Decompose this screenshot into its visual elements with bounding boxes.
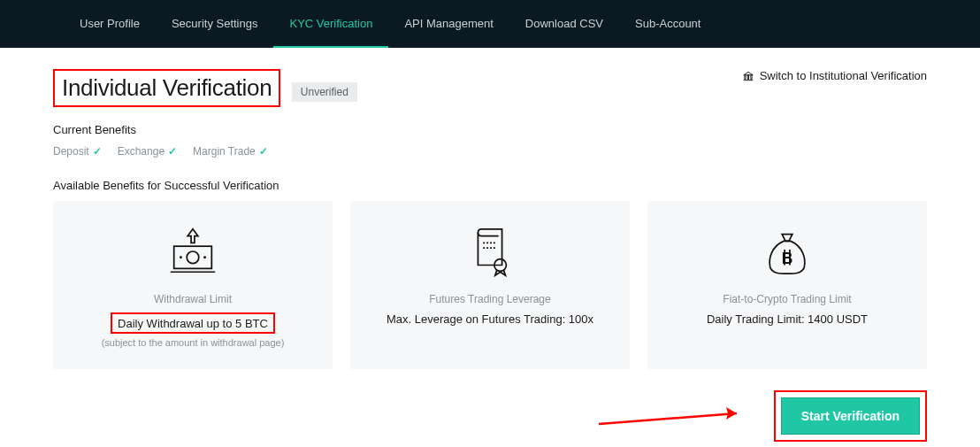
certificate-icon	[459, 220, 521, 282]
start-verification-button[interactable]: Start Verification	[781, 397, 920, 435]
card-fiat-value: Daily Trading Limit: 1400 USDT	[707, 312, 868, 326]
svg-text:B: B	[782, 250, 793, 267]
svg-point-5	[187, 251, 199, 264]
benefit-margin-trade: Margin Trade ✓	[193, 145, 268, 158]
current-benefits-label: Current Benefits	[53, 123, 927, 136]
check-icon: ✓	[93, 145, 102, 158]
svg-point-6	[180, 256, 182, 258]
cta-row: Start Verification	[53, 390, 927, 442]
benefit-cards-row: Withdrawal Limit Daily Withdrawal up to …	[53, 201, 927, 369]
benefit-card-withdrawal: Withdrawal Limit Daily Withdrawal up to …	[53, 201, 333, 369]
nav-api-management[interactable]: API Management	[388, 0, 509, 48]
benefit-deposit: Deposit ✓	[53, 145, 102, 158]
card-leverage-title: Futures Trading Leverage	[429, 293, 550, 305]
svg-point-7	[203, 256, 206, 258]
card-fiat-title: Fiat-to-Crypto Trading Limit	[723, 293, 851, 305]
card-withdrawal-note: (subject to the amount in withdrawal pag…	[102, 337, 285, 348]
money-out-icon	[162, 220, 224, 282]
switch-institutional-link[interactable]: Switch to Institutional Verification	[742, 69, 927, 82]
main-content: Individual Verification Unverified Switc…	[0, 48, 980, 447]
svg-rect-1	[747, 74, 748, 79]
available-benefits-label: Available Benefits for Successful Verifi…	[53, 179, 927, 192]
card-withdrawal-value: Daily Withdrawal up to 5 BTC	[118, 317, 268, 330]
card-withdrawal-highlight: Daily Withdrawal up to 5 BTC	[111, 312, 275, 334]
nav-security-settings[interactable]: Security Settings	[156, 0, 274, 48]
benefit-margin-trade-label: Margin Trade	[193, 145, 256, 158]
annotation-arrow-icon	[595, 403, 754, 429]
institution-icon	[742, 70, 754, 82]
benefit-card-fiat: B Fiat-to-Crypto Trading Limit Daily Tra…	[647, 201, 927, 369]
nav-kyc-verification[interactable]: KYC Verification	[273, 0, 388, 48]
svg-rect-2	[751, 74, 752, 79]
top-nav: User Profile Security Settings KYC Verif…	[0, 0, 980, 48]
card-withdrawal-title: Withdrawal Limit	[154, 293, 232, 305]
page-title: Individual Verification	[62, 74, 272, 102]
nav-sub-account[interactable]: Sub-Account	[619, 0, 716, 48]
benefit-card-leverage: Futures Trading Leverage Max. Leverage o…	[350, 201, 630, 369]
check-icon: ✓	[168, 145, 177, 158]
nav-download-csv[interactable]: Download CSV	[509, 0, 619, 48]
svg-rect-0	[745, 74, 746, 79]
nav-user-profile[interactable]: User Profile	[64, 0, 156, 48]
fiat-bag-icon: B	[756, 220, 818, 282]
svg-line-15	[599, 413, 737, 424]
title-group: Individual Verification Unverified	[53, 69, 357, 107]
check-icon: ✓	[259, 145, 268, 158]
benefit-deposit-label: Deposit	[53, 145, 89, 158]
benefit-exchange: Exchange ✓	[118, 145, 177, 158]
cta-highlight: Start Verification	[774, 390, 927, 442]
header-row: Individual Verification Unverified Switc…	[53, 69, 927, 107]
page-title-highlight: Individual Verification	[53, 69, 280, 107]
switch-institutional-label: Switch to Institutional Verification	[760, 69, 927, 82]
card-leverage-value: Max. Leverage on Futures Trading: 100x	[387, 312, 593, 326]
benefit-exchange-label: Exchange	[118, 145, 165, 158]
current-benefits-list: Deposit ✓ Exchange ✓ Margin Trade ✓	[53, 145, 927, 158]
status-badge: Unverified	[292, 82, 357, 102]
